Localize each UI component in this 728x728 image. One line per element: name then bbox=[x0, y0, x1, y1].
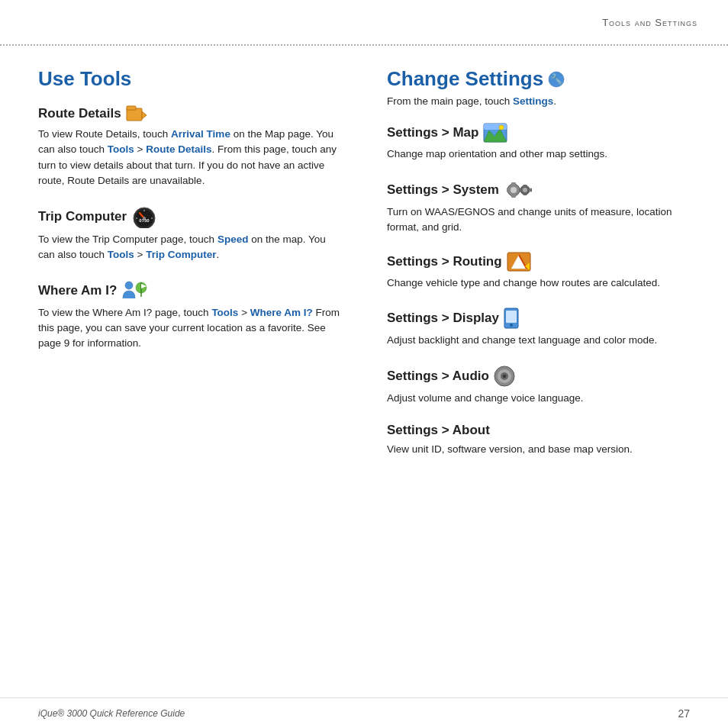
header: Tools and Settings bbox=[0, 0, 728, 46]
settings-routing-heading: Settings > Routing bbox=[387, 252, 697, 272]
settings-system-heading: Settings > System bbox=[387, 179, 697, 201]
svg-point-39 bbox=[510, 324, 513, 327]
trip-computer-section: Trip Computer 0750 To view the Trip Comp… bbox=[38, 205, 341, 263]
settings-display-heading: Settings > Display bbox=[387, 308, 697, 329]
settings-routing-icon bbox=[507, 252, 531, 272]
svg-marker-1 bbox=[142, 111, 147, 119]
settings-system-icon bbox=[504, 179, 534, 201]
route-details-label: Route Details bbox=[38, 106, 121, 121]
settings-routing-label: Settings > Routing bbox=[387, 254, 502, 269]
settings-map-section: Settings > Map Change map orientation an… bbox=[387, 123, 697, 162]
trip-computer-label: Trip Computer bbox=[38, 209, 127, 224]
svg-rect-24 bbox=[511, 195, 516, 198]
settings-main-link[interactable]: Settings bbox=[513, 95, 553, 107]
svg-point-22 bbox=[511, 187, 517, 193]
svg-point-28 bbox=[523, 188, 527, 192]
settings-system-label: Settings > System bbox=[387, 182, 499, 198]
svg-point-11 bbox=[125, 282, 133, 289]
svg-point-7 bbox=[143, 217, 146, 220]
settings-display-label: Settings > Display bbox=[387, 311, 499, 326]
route-details-link[interactable]: Route Details bbox=[146, 143, 211, 155]
footer-page-number: 27 bbox=[678, 707, 690, 720]
tools-link-1[interactable]: Tools bbox=[108, 143, 134, 155]
speed-link[interactable]: Speed bbox=[217, 234, 249, 245]
change-settings-title: Change Settings bbox=[387, 67, 543, 91]
settings-audio-body: Adjust volume and change voice language. bbox=[387, 391, 697, 406]
svg-text:🔧: 🔧 bbox=[550, 72, 563, 85]
change-settings-icon: 🔧 bbox=[548, 71, 565, 88]
header-title: Tools and Settings bbox=[602, 17, 697, 28]
where-am-i-label: Where Am I? bbox=[38, 283, 117, 298]
main-content: Use Tools Route Details To view Route De… bbox=[0, 46, 728, 697]
svg-rect-25 bbox=[507, 188, 509, 192]
use-tools-title: Use Tools bbox=[38, 67, 341, 91]
svg-rect-29 bbox=[523, 185, 527, 187]
svg-point-20 bbox=[499, 125, 504, 130]
settings-audio-section: Settings > Audio Adjust volume and chang… bbox=[387, 366, 697, 406]
svg-rect-30 bbox=[523, 193, 527, 195]
settings-audio-heading: Settings > Audio bbox=[387, 366, 697, 387]
route-details-heading: Route Details bbox=[38, 105, 341, 123]
svg-rect-2 bbox=[127, 106, 136, 110]
settings-map-label: Settings > Map bbox=[387, 125, 478, 140]
route-details-section: Route Details To view Route Details, tou… bbox=[38, 105, 341, 188]
settings-about-heading: Settings > About bbox=[387, 423, 697, 438]
svg-rect-23 bbox=[511, 182, 516, 185]
where-am-i-section: Where Am I? To view the Where Am I? page… bbox=[38, 280, 341, 352]
settings-about-body: View unit ID, software version, and base… bbox=[387, 442, 697, 457]
trip-computer-link[interactable]: Trip Computer bbox=[146, 249, 216, 260]
tools-link-3[interactable]: Tools bbox=[211, 307, 238, 318]
footer-guide-label: iQue® 3000 Quick Reference Guide bbox=[38, 708, 185, 719]
settings-audio-icon bbox=[494, 366, 517, 387]
footer: iQue® 3000 Quick Reference Guide 27 bbox=[0, 697, 728, 728]
settings-routing-section: Settings > Routing Change vehicle type a… bbox=[387, 252, 697, 291]
settings-about-section: Settings > About View unit ID, software … bbox=[387, 423, 697, 457]
settings-map-icon bbox=[483, 123, 507, 143]
settings-map-heading: Settings > Map bbox=[387, 123, 697, 143]
where-am-i-heading: Where Am I? bbox=[38, 280, 341, 301]
settings-map-body: Change map orientation and other map set… bbox=[387, 147, 697, 162]
left-column: Use Tools Route Details To view Route De… bbox=[0, 46, 364, 697]
settings-system-section: Settings > System bbox=[387, 179, 697, 236]
settings-display-section: Settings > Display Adjust backlight and … bbox=[387, 308, 697, 348]
route-details-body: To view Route Details, touch Arrival Tim… bbox=[38, 127, 341, 188]
where-am-i-link[interactable]: Where Am I? bbox=[250, 307, 313, 318]
settings-audio-label: Settings > Audio bbox=[387, 369, 489, 384]
settings-routing-body: Change vehicle type and change how route… bbox=[387, 275, 697, 291]
trip-computer-icon: 0750 bbox=[131, 205, 157, 228]
settings-about-label: Settings > About bbox=[387, 423, 490, 438]
settings-display-body: Adjust backlight and change text languag… bbox=[387, 333, 697, 348]
where-am-i-body: To view the Where Am I? page, touch Tool… bbox=[38, 305, 341, 352]
tools-link-2[interactable]: Tools bbox=[108, 249, 134, 260]
settings-system-body: Turn on WAAS/EGNOS and change units of m… bbox=[387, 205, 697, 236]
settings-display-icon bbox=[504, 308, 519, 329]
route-details-icon bbox=[126, 105, 147, 123]
svg-rect-38 bbox=[506, 311, 517, 323]
svg-rect-32 bbox=[530, 188, 532, 192]
svg-rect-31 bbox=[520, 188, 522, 192]
change-settings-intro: From the main page, touch Settings. bbox=[387, 94, 697, 109]
trip-computer-heading: Trip Computer 0750 bbox=[38, 205, 341, 228]
arrival-time-link[interactable]: Arrival Time bbox=[171, 128, 230, 140]
svg-point-43 bbox=[503, 375, 506, 378]
right-column: Change Settings 🔧 From the main page, to… bbox=[364, 46, 728, 697]
trip-computer-body: To view the Trip Computer page, touch Sp… bbox=[38, 232, 341, 263]
where-am-i-icon bbox=[121, 280, 149, 301]
